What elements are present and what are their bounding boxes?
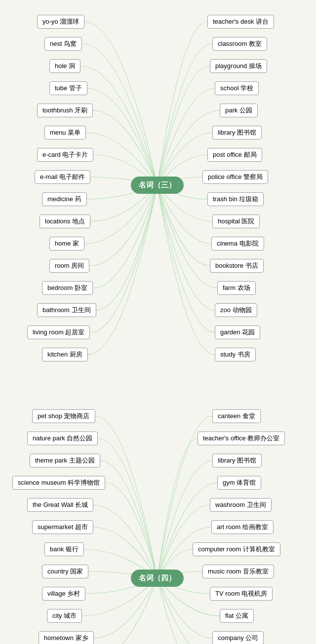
vocab-node: study 书房 (215, 348, 256, 361)
vocab-node: classroom 教室 (212, 37, 267, 51)
vocab-node: cinema 电影院 (211, 237, 264, 250)
vocab-node: playground 操场 (210, 59, 267, 73)
vocab-node: tube 管子 (49, 81, 87, 95)
vocab-node: toothbrush 牙刷 (37, 104, 93, 117)
vocab-node: living room 起居室 (27, 325, 90, 339)
vocab-node: yo-yo 溜溜球 (37, 15, 84, 29)
vocab-node: theme park 主题公园 (30, 454, 100, 467)
vocab-node: farm 农场 (217, 281, 256, 295)
vocab-node: hole 洞 (49, 59, 80, 73)
section1: 名词（三） yo-yo 溜溜球nest 鸟窝hole 洞tube 管子tooth… (0, 0, 316, 380)
vocab-node: teacher's desk 讲台 (207, 15, 274, 29)
vocab-node: science museum 科学博物馆 (12, 476, 105, 490)
vocab-node: village 乡村 (42, 587, 85, 601)
vocab-node: city 城市 (47, 609, 82, 623)
vocab-node: bank 银行 (44, 542, 84, 556)
center-node-1: 名词（三） (131, 177, 184, 194)
vocab-node: the Great Wall 长城 (27, 498, 93, 512)
vocab-node: bookstore 书店 (210, 259, 264, 273)
vocab-node: music room 音乐教室 (202, 565, 274, 578)
vocab-node: trash bin 垃圾箱 (207, 192, 264, 206)
vocab-node: nest 鸟窝 (44, 37, 82, 51)
vocab-node: nature park 自然公园 (27, 431, 98, 445)
vocab-node: kitchen 厨房 (42, 348, 88, 361)
vocab-node: zoo 动物园 (215, 303, 257, 317)
vocab-node: art room 绘画教室 (211, 520, 274, 534)
vocab-node: TV room 电视机房 (210, 587, 273, 601)
mind-map: 名词（三） yo-yo 溜溜球nest 鸟窝hole 洞tube 管子tooth… (0, 0, 316, 644)
vocab-node: bathroom 卫生间 (37, 303, 96, 317)
vocab-node: hometown 家乡 (39, 631, 94, 644)
vocab-node: canteen 食堂 (212, 409, 261, 423)
vocab-node: gym 体育馆 (217, 476, 261, 490)
vocab-node: washroom 卫生间 (210, 498, 272, 512)
vocab-node: library 图书馆 (212, 454, 262, 467)
vocab-node: bedroom 卧室 (42, 281, 93, 295)
vocab-node: garden 花园 (215, 325, 260, 339)
vocab-node: medicine 药 (42, 192, 87, 206)
vocab-node: locations 地点 (40, 215, 90, 228)
vocab-node: library 图书馆 (212, 126, 262, 140)
vocab-node: country 国家 (42, 565, 88, 578)
vocab-node: menu 菜单 (44, 126, 86, 140)
vocab-node: teacher's office 教师办公室 (198, 431, 285, 445)
vocab-node: computer room 计算机教室 (193, 542, 280, 556)
vocab-node: e-mail 电子邮件 (35, 170, 90, 184)
vocab-node: park 公园 (220, 104, 258, 117)
vocab-node: company 公司 (212, 631, 264, 644)
vocab-node: home 家 (49, 237, 84, 250)
vocab-node: e-card 电子卡片 (37, 148, 93, 162)
vocab-node: pet shop 宠物商店 (32, 409, 95, 423)
vocab-node: police office 警察局 (202, 170, 268, 184)
vocab-node: supermarket 超市 (32, 520, 93, 534)
vocab-node: hospital 医院 (212, 215, 260, 228)
section2: 名词（四） pet shop 宠物商店nature park 自然公园theme… (0, 394, 316, 644)
center-node-2: 名词（四） (131, 570, 184, 587)
vocab-node: room 房间 (49, 259, 89, 273)
vocab-node: post office 邮局 (207, 148, 262, 162)
vocab-node: school 学校 (215, 81, 259, 95)
vocab-node: flat 公寓 (220, 609, 254, 623)
